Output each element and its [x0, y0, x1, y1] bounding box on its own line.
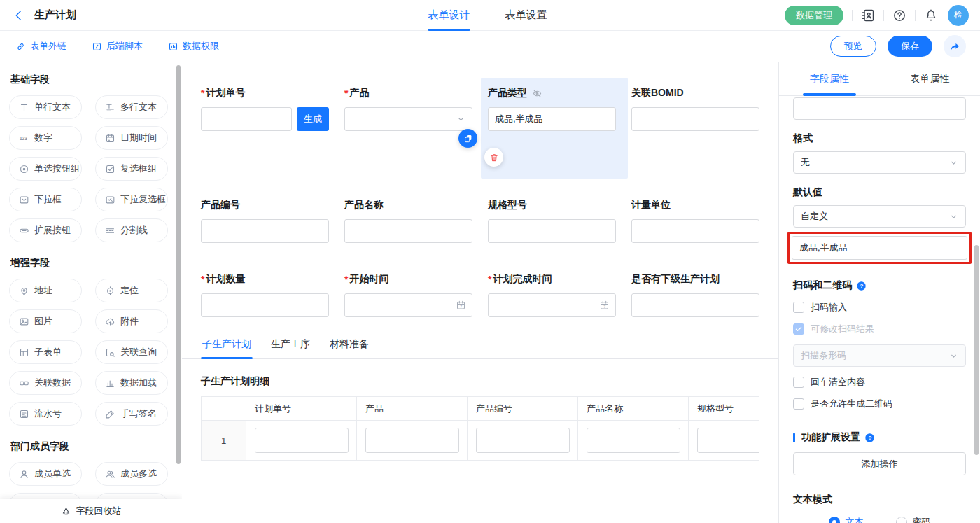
- question-icon[interactable]: ?: [856, 281, 867, 291]
- canvas-field-产品名称[interactable]: 产品名称: [344, 190, 472, 243]
- checkbox-unchecked[interactable]: [793, 377, 804, 388]
- subform-tab-材料准备[interactable]: 材料准备: [328, 338, 370, 359]
- generate-button[interactable]: 生成: [297, 107, 329, 131]
- question-icon[interactable]: ?: [864, 433, 875, 443]
- field-pill-单行文本[interactable]: 单行文本: [9, 95, 82, 119]
- sidebar-scrollbar[interactable]: [176, 65, 181, 464]
- format-select[interactable]: 无: [793, 151, 966, 174]
- subtable-cell-input-产品[interactable]: [365, 428, 459, 453]
- field-pill-多行文本[interactable]: 多行文本: [95, 95, 168, 119]
- field-pill-数据加载[interactable]: 数据加载: [95, 371, 168, 395]
- field-input[interactable]: [488, 107, 616, 131]
- canvas-field-产品编号[interactable]: 产品编号: [201, 190, 329, 243]
- help-icon[interactable]: [892, 8, 906, 22]
- properties-scrollbar[interactable]: [974, 245, 979, 455]
- properties-tab-form[interactable]: 表单属性: [880, 62, 980, 95]
- field-label-text: 规格型号: [488, 199, 527, 211]
- field-pill-附件[interactable]: 附件: [95, 309, 168, 333]
- subtable-cell-input-规格型号[interactable]: [697, 428, 760, 453]
- save-button[interactable]: 保存: [888, 36, 932, 57]
- contacts-icon[interactable]: [861, 8, 875, 22]
- subform-tab-生产工序[interactable]: 生产工序: [270, 338, 312, 359]
- field-pill-数字[interactable]: 123数字: [9, 126, 82, 150]
- field-pill-流水号[interactable]: 流水号: [9, 402, 82, 426]
- field-input[interactable]: [488, 219, 616, 243]
- field-input[interactable]: [344, 293, 472, 317]
- checkbox-option-扫码输入[interactable]: 扫码输入: [793, 301, 966, 314]
- field-pill-下拉复选框[interactable]: 下拉复选框: [95, 188, 168, 211]
- canvas-field-规格型号[interactable]: 规格型号: [488, 190, 616, 243]
- share-button[interactable]: [944, 35, 966, 57]
- avatar[interactable]: 检: [948, 5, 969, 26]
- properties-tab-field[interactable]: 字段属性: [779, 62, 880, 95]
- canvas-field-关联BOMID[interactable]: 关联BOMID: [631, 78, 760, 169]
- field-recycle-bin[interactable]: 字段回收站: [0, 499, 182, 523]
- default-value-input[interactable]: [792, 236, 967, 260]
- field-title-input[interactable]: [793, 97, 966, 120]
- radio-unselected[interactable]: [896, 517, 907, 523]
- field-pill-关联数据[interactable]: 关联数据: [9, 371, 82, 395]
- back-icon[interactable]: [13, 9, 25, 22]
- field-pill-图片[interactable]: 图片: [9, 309, 82, 333]
- field-pill-单选按钮组[interactable]: 单选按钮组: [9, 157, 82, 181]
- field-pill-地址[interactable]: 地址: [9, 279, 82, 302]
- field-pill-日期时间[interactable]: 日期时间: [95, 126, 168, 150]
- toolbar-link-数据权限[interactable]: 数据权限: [168, 40, 219, 53]
- radio-option-密码[interactable]: 密码: [896, 516, 931, 523]
- field-pill-扩展按钮[interactable]: 扩展按钮: [9, 218, 82, 242]
- field-pill-成员单选[interactable]: 成员单选: [9, 462, 82, 486]
- field-input[interactable]: [201, 219, 329, 243]
- field-pill-定位[interactable]: 定位: [95, 279, 168, 302]
- toolbar-link-label: 数据权限: [183, 40, 219, 53]
- subform-tab-子生产计划[interactable]: 子生产计划: [201, 338, 253, 359]
- checkbox-unchecked[interactable]: [793, 398, 804, 410]
- canvas-field-计量单位[interactable]: 计量单位: [631, 190, 760, 243]
- add-operation-button[interactable]: 添加操作: [793, 452, 966, 475]
- field-input[interactable]: [201, 293, 329, 317]
- preview-button[interactable]: 预览: [830, 36, 876, 57]
- field-pill-关联查询[interactable]: 关联查询: [95, 340, 168, 364]
- field-input[interactable]: [344, 107, 472, 131]
- canvas-field-产品[interactable]: *产品: [344, 78, 472, 169]
- page-title: 生产计划: [34, 8, 76, 22]
- radio-selected[interactable]: [829, 517, 840, 523]
- copy-field-button[interactable]: [458, 129, 477, 148]
- checkbox-option-回车清空内容[interactable]: 回车清空内容: [793, 376, 966, 389]
- chevron-down-icon: [948, 351, 959, 361]
- field-input[interactable]: [631, 107, 760, 131]
- main-tab-form-design[interactable]: 表单设计: [428, 0, 470, 31]
- default-value-mode: 自定义: [801, 210, 828, 223]
- field-pill-成员多选[interactable]: 成员多选: [95, 462, 168, 486]
- field-input[interactable]: [631, 219, 760, 243]
- canvas-field-计划完成时间[interactable]: *计划完成时间7: [488, 264, 616, 317]
- field-input[interactable]: [201, 107, 292, 131]
- radio-option-文本[interactable]: 文本: [829, 516, 864, 523]
- canvas-field-计划数量[interactable]: *计划数量: [201, 264, 329, 317]
- field-pill-label: 数字: [34, 132, 52, 144]
- field-pill-子表单[interactable]: 子表单: [9, 340, 82, 364]
- subtable-cell-input-产品编号[interactable]: [476, 428, 570, 453]
- field-label: *开始时间: [344, 272, 472, 286]
- canvas-field-是否有下级生产计划[interactable]: 是否有下级生产计划: [631, 264, 760, 317]
- field-pill-下拉框[interactable]: 下拉框: [9, 188, 82, 211]
- field-pill-手写签名[interactable]: 手写签名: [95, 402, 168, 426]
- main-tab-form-settings[interactable]: 表单设置: [505, 0, 547, 31]
- field-pill-复选框组[interactable]: 复选框组: [95, 157, 168, 181]
- subtable-cell-input-产品名称[interactable]: [587, 428, 680, 453]
- field-input[interactable]: [488, 293, 616, 317]
- toolbar-link-表单外链[interactable]: 表单外链: [15, 40, 66, 53]
- field-input[interactable]: [631, 293, 760, 317]
- data-manage-button[interactable]: 数据管理: [785, 6, 844, 25]
- bell-icon[interactable]: [924, 8, 938, 22]
- field-pill-分割线[interactable]: 分割线: [95, 218, 168, 242]
- canvas-field-产品类型[interactable]: 产品类型: [488, 78, 616, 169]
- checkbox-unchecked[interactable]: [793, 302, 804, 313]
- canvas-field-开始时间[interactable]: *开始时间7: [344, 264, 472, 317]
- subtable-cell-input-计划单号[interactable]: [255, 428, 349, 453]
- field-input[interactable]: [344, 219, 472, 243]
- default-value-mode-select[interactable]: 自定义: [793, 205, 966, 228]
- delete-field-button[interactable]: [484, 148, 503, 167]
- checkbox-option-是否允许生成二维码[interactable]: 是否允许生成二维码: [793, 398, 966, 410]
- toolbar-link-后端脚本[interactable]: 后端脚本: [92, 40, 143, 53]
- canvas-field-计划单号[interactable]: *计划单号生成: [201, 78, 329, 169]
